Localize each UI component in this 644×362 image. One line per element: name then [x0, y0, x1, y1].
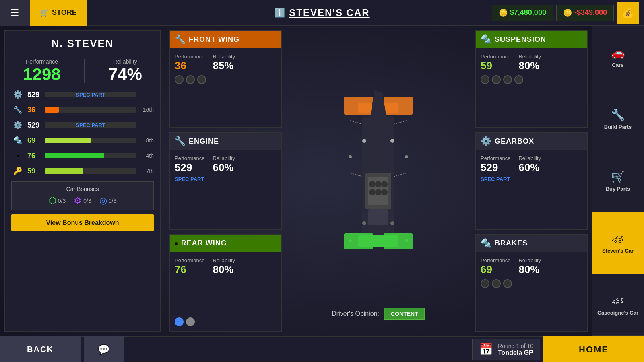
race-text: Round 1 of 10 Tondela GP [498, 343, 533, 356]
bonus-icon-3: ◎ [99, 195, 107, 206]
home-button[interactable]: HOME [543, 336, 644, 362]
brakes-header: 🔩 BRAKES [476, 235, 587, 252]
car-svg: Driver's Opinion: CONTENT [286, 30, 471, 332]
balance-green: 🪙 $7,480,000 [492, 5, 553, 21]
gearbox-small-icon: ⚙️ [11, 119, 24, 132]
dot-s4 [514, 75, 523, 84]
brakes-icon: 🔩 [481, 238, 491, 249]
svg-point-13 [369, 181, 376, 187]
cars-icon: 🚗 [611, 46, 625, 60]
dot-s1 [481, 75, 489, 84]
bottom-bar: BACK 💬 📅 Round 1 of 10 Tondela GP HOME [0, 336, 644, 362]
chat-icon: 💬 [98, 344, 110, 355]
stevens-car-icon: 🏎 [612, 232, 623, 245]
sidebar-item-buy-parts[interactable]: 🛒 Buy Parts [592, 150, 644, 212]
view-bonus-button[interactable]: View Bonus Breakdown [11, 214, 154, 231]
store-icon: 🛒 [40, 8, 49, 17]
engine-card: 🔧 ENGINE Performance 529 Reliability 60%… [169, 132, 282, 230]
rearwing-small-icon: ▪️ [11, 149, 24, 162]
rear-wing-header: ▪️ REAR WING [170, 235, 281, 252]
build-parts-label: Build Parts [604, 124, 632, 130]
front-wing-dots [175, 75, 276, 84]
right-sidebar: 🚗 Cars 🔧 Build Parts 🛒 Buy Parts 🏎 Steve… [592, 26, 644, 336]
suspension-stats: Performance 59 Reliability 80% [481, 53, 582, 72]
rear-wing-perf-value: 76 [175, 263, 204, 276]
rear-wing-performance: Performance 76 [175, 257, 204, 276]
performance-label: Performance [23, 58, 60, 65]
calendar-icon: 📅 [479, 343, 493, 356]
divider [84, 59, 85, 83]
left-panel: N. STEVEN Performance 1298 Reliability 7… [4, 30, 161, 332]
cars-label: Cars [612, 62, 624, 68]
gearbox-icon: ⚙️ [481, 136, 491, 146]
menu-icon: ☰ [10, 7, 19, 19]
parts-list: ⚙️ 529 SPEC PART 🔧 36 16th [11, 88, 154, 177]
stats-row: Performance 1298 Reliability 74% [11, 58, 154, 84]
back-button[interactable]: BACK [0, 336, 80, 362]
gearbox-header: ⚙️ GEARBOX [476, 133, 587, 150]
rear-wing-dots [175, 317, 276, 326]
money-area: 🪙 $7,480,000 🪙 -$349,000 💰 [492, 2, 639, 24]
engine-spec-link[interactable]: SPEC PART [175, 176, 276, 182]
rear-wing-rel-value: 80% [213, 263, 235, 276]
gearbox-spec-link[interactable]: SPEC PART [481, 176, 582, 182]
stevens-car-label: Steven's Car [602, 248, 634, 254]
part-bar-1: SPEC PART [45, 92, 136, 97]
bank-button[interactable]: 💰 [617, 2, 639, 24]
svg-rect-22 [358, 235, 398, 247]
spec-label-1: SPEC PART [76, 92, 105, 98]
front-wing-card: 🔧 FRONT WING Performance 36 Reliability … [169, 30, 282, 128]
buy-parts-label: Buy Parts [606, 186, 630, 192]
sidebar-item-cars[interactable]: 🚗 Cars [592, 26, 644, 88]
race-round: Round 1 of 10 [498, 343, 533, 349]
sidebar-item-stevens-car[interactable]: 🏎 Steven's Car [592, 212, 644, 274]
dot-b3 [503, 279, 512, 288]
sidebar-item-build-parts[interactable]: 🔧 Build Parts [592, 88, 644, 150]
svg-point-15 [381, 181, 388, 187]
parts-grid: 🔧 FRONT WING Performance 36 Reliability … [169, 30, 588, 332]
gascoignes-car-label: Gascoigne's Car [597, 310, 638, 316]
list-item: 🔧 36 16th [11, 103, 154, 116]
part-bar-3: SPEC PART [45, 122, 136, 128]
part-bar-6 [45, 168, 136, 174]
coin-red-icon: 🪙 [563, 8, 572, 17]
svg-point-24 [390, 139, 394, 143]
part-rank-6: 7th [139, 168, 154, 174]
sidebar-item-gascoignes-car[interactable]: 🏎 Gascoigne's Car [592, 274, 644, 336]
coin-icon: 🪙 [499, 8, 508, 17]
suspension-performance: Performance 59 [481, 53, 510, 72]
main-content: N. STEVEN Performance 1298 Reliability 7… [0, 26, 644, 336]
buy-parts-icon: 🛒 [611, 170, 625, 183]
title-area: ℹ️ STEVEN'S CAR [274, 7, 369, 19]
svg-point-28 [405, 155, 408, 158]
gearbox-name: GEARBOX [495, 137, 534, 146]
part-rank-2: 16th [139, 107, 154, 113]
brakes-stats: Performance 69 Reliability 80% [481, 257, 582, 276]
info-icon: ℹ️ [274, 8, 285, 18]
race-info: 📅 Round 1 of 10 Tondela GP [472, 339, 540, 360]
money-red-value: -$349,000 [574, 8, 607, 17]
bonuses-title: Car Bonuses [16, 186, 149, 192]
bonus-icon-2: ⚙ [74, 195, 82, 206]
bonus-label-1: 0/3 [58, 197, 66, 204]
brakes-card: 🔩 BRAKES Performance 69 Reliability 80% [475, 234, 588, 332]
frontwing-small-icon: 🔧 [11, 103, 24, 116]
engine-stats: Performance 529 Reliability 60% [175, 155, 276, 174]
spec-label-3: SPEC PART [76, 122, 105, 128]
bonus-item-3: ◎ 0/3 [99, 195, 116, 206]
rear-wing-stats: Performance 76 Reliability 80% [175, 257, 276, 276]
dot-3 [197, 75, 206, 84]
gearbox-reliability: Reliability 60% [518, 155, 541, 174]
engine-rel-value: 60% [213, 161, 235, 174]
center-panel: 🔧 FRONT WING Performance 36 Reliability … [165, 26, 592, 336]
svg-point-26 [390, 221, 394, 225]
front-wing-icon: 🔧 [175, 34, 186, 45]
list-item: ⚙️ 529 SPEC PART [11, 88, 154, 101]
money-green-value: $7,480,000 [510, 8, 546, 17]
menu-button[interactable]: ☰ [0, 0, 30, 26]
dot-1 [175, 75, 184, 84]
store-button[interactable]: 🛒 STORE [30, 0, 87, 26]
brakes-dots [481, 279, 582, 288]
reliability-value: 74% [108, 65, 142, 84]
chat-button[interactable]: 💬 [84, 336, 124, 362]
